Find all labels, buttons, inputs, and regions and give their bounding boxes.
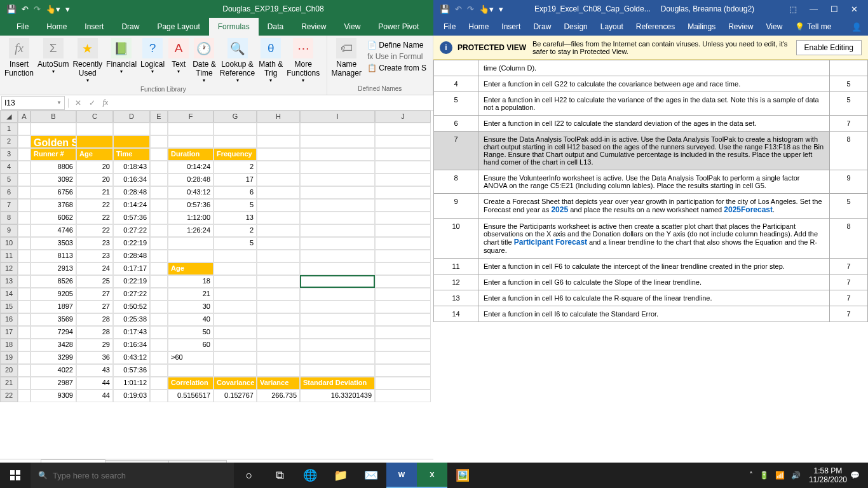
word-touch-icon[interactable]: 👆▾ — [479, 4, 494, 14]
cell[interactable] — [150, 123, 168, 135]
cell[interactable] — [257, 364, 300, 377]
cell[interactable] — [257, 351, 300, 364]
cell[interactable]: 3299 — [31, 351, 76, 364]
cell[interactable]: Standard Deviation — [300, 377, 375, 390]
cell[interactable] — [300, 275, 375, 288]
word-tab-file[interactable]: File — [437, 22, 462, 31]
cell[interactable] — [214, 313, 257, 326]
row-header-10[interactable]: 10 — [0, 237, 18, 250]
word-taskbar-icon[interactable]: W — [386, 463, 417, 488]
cell[interactable] — [150, 173, 168, 186]
tray-up-icon[interactable]: ˄ — [749, 471, 753, 480]
cell[interactable]: 0:27:22 — [113, 224, 150, 237]
cell[interactable]: 2 — [214, 161, 257, 173]
cell[interactable]: Golden State 5k — [31, 135, 76, 148]
cell[interactable] — [214, 288, 257, 301]
cell[interactable] — [18, 173, 31, 186]
cell[interactable] — [18, 212, 31, 224]
row-header-1[interactable]: 1 — [0, 123, 18, 135]
insert-function-button[interactable]: fxInsert Function — [3, 37, 36, 79]
cell[interactable] — [375, 199, 431, 212]
cell[interactable]: 21 — [168, 288, 214, 301]
cell[interactable] — [375, 224, 431, 237]
cell[interactable]: 0:50:52 — [113, 301, 150, 313]
cell[interactable] — [150, 224, 168, 237]
row-header-14[interactable]: 14 — [0, 288, 18, 301]
row-header-7[interactable]: 7 — [0, 199, 18, 212]
cell[interactable]: Age — [168, 262, 214, 275]
cell[interactable]: 8113 — [31, 250, 76, 262]
cell[interactable] — [18, 186, 31, 199]
cell[interactable] — [150, 288, 168, 301]
cell[interactable]: 3569 — [31, 313, 76, 326]
date-time-button[interactable]: 🕐Date & Time▾ — [191, 37, 218, 85]
cell[interactable] — [18, 339, 31, 351]
cell[interactable]: 7294 — [31, 326, 76, 339]
start-button[interactable] — [0, 463, 31, 488]
cell[interactable]: 8806 — [31, 161, 76, 173]
cell[interactable] — [214, 351, 257, 364]
notifications-icon[interactable]: 💬 — [850, 471, 860, 480]
cell[interactable]: 22 — [76, 224, 113, 237]
cell[interactable] — [300, 326, 375, 339]
cell[interactable] — [375, 262, 431, 275]
cell[interactable]: 30 — [168, 301, 214, 313]
cell[interactable] — [150, 161, 168, 173]
cell[interactable] — [18, 161, 31, 173]
cell[interactable] — [300, 212, 375, 224]
cell[interactable]: 0:57:36 — [113, 212, 150, 224]
cell[interactable] — [18, 301, 31, 313]
cell[interactable]: 0:28:48 — [168, 173, 214, 186]
cell[interactable] — [214, 301, 257, 313]
cell[interactable] — [300, 364, 375, 377]
cell[interactable] — [150, 364, 168, 377]
cell[interactable] — [257, 237, 300, 250]
photos-icon[interactable]: 🖼️ — [447, 463, 478, 488]
cell[interactable]: 0:28:48 — [113, 186, 150, 199]
battery-icon[interactable]: 🔋 — [759, 471, 769, 480]
cell[interactable]: 4746 — [31, 224, 76, 237]
cell[interactable] — [300, 339, 375, 351]
cell[interactable] — [375, 123, 431, 135]
cell[interactable]: Runner # — [31, 148, 76, 161]
cortana-icon[interactable]: ○ — [234, 463, 264, 488]
cell[interactable]: 6 — [214, 186, 257, 199]
cell[interactable]: 2913 — [31, 262, 76, 275]
tab-view[interactable]: View — [336, 18, 370, 36]
task-view-icon[interactable]: ⧉ — [264, 463, 295, 488]
row-header-20[interactable]: 20 — [0, 364, 18, 377]
cell[interactable] — [214, 364, 257, 377]
use-in-formula-button[interactable]: fx Use in Formul — [365, 51, 429, 62]
cell[interactable] — [257, 186, 300, 199]
maximize-icon[interactable]: ☐ — [824, 4, 844, 14]
word-tab-design[interactable]: Design — [557, 22, 593, 31]
cell[interactable]: 13 — [214, 212, 257, 224]
cell[interactable]: 0:22:19 — [113, 275, 150, 288]
cell[interactable] — [300, 301, 375, 313]
autosum-button[interactable]: ΣAutoSum▾ — [36, 37, 71, 76]
cell[interactable]: 25 — [76, 275, 113, 288]
tab-page-layout[interactable]: Page Layout — [148, 18, 208, 36]
cell[interactable]: 3503 — [31, 237, 76, 250]
cell[interactable] — [300, 123, 375, 135]
cell[interactable] — [150, 351, 168, 364]
cell[interactable]: Covariance — [214, 377, 257, 390]
cell[interactable]: 22 — [76, 199, 113, 212]
cell[interactable] — [257, 313, 300, 326]
cell[interactable]: 3428 — [31, 339, 76, 351]
cell[interactable] — [257, 339, 300, 351]
select-all-corner[interactable]: ◢ — [0, 111, 18, 123]
explorer-icon[interactable]: 📁 — [325, 463, 356, 488]
enable-editing-button[interactable]: Enable Editing — [796, 40, 862, 55]
cell[interactable] — [300, 224, 375, 237]
cell[interactable] — [150, 326, 168, 339]
cell[interactable]: 50 — [168, 326, 214, 339]
taskbar-search[interactable]: 🔍 — [31, 463, 234, 488]
cell[interactable] — [375, 186, 431, 199]
cell[interactable]: 9205 — [31, 288, 76, 301]
cell[interactable] — [168, 123, 214, 135]
row-header-22[interactable]: 22 — [0, 390, 18, 402]
word-redo-icon[interactable]: ↷ — [467, 4, 474, 14]
cell[interactable]: 0:17:17 — [113, 262, 150, 275]
row-header-19[interactable]: 19 — [0, 351, 18, 364]
